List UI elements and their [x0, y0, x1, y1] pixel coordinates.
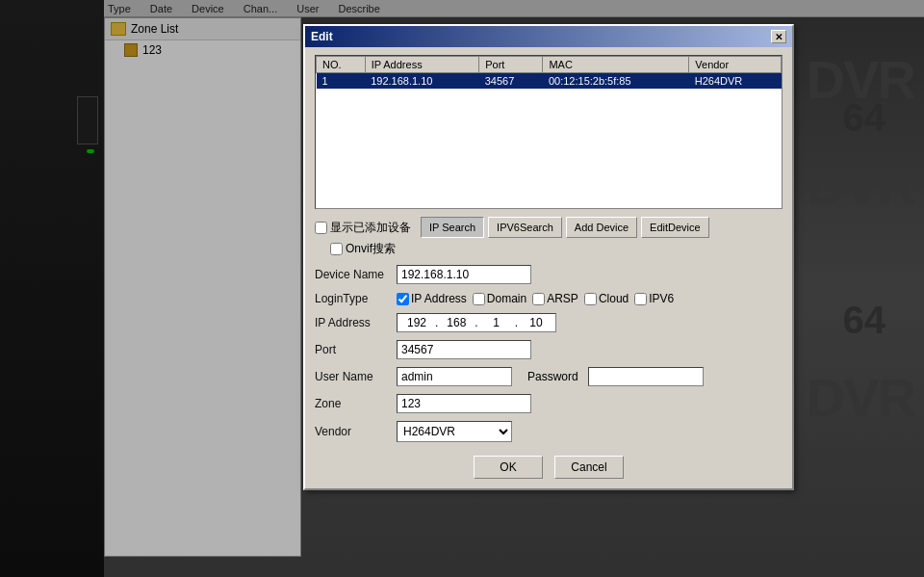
onvif-checkbox-label[interactable]: Onvif搜索 — [330, 241, 396, 257]
login-type-row: LoginType IP Address Domain ARSP — [315, 292, 783, 305]
edit-device-button[interactable]: EditDevice — [641, 217, 709, 238]
ip-octet-3[interactable] — [479, 316, 514, 329]
ipv6-check-text: IPV6 — [649, 292, 674, 305]
ok-button[interactable]: OK — [474, 456, 543, 479]
dialog-button-row: OK Cancel — [315, 456, 783, 479]
ipv6-checkbox[interactable] — [634, 293, 647, 305]
ip-address-row: IP Address . . . — [315, 313, 783, 332]
login-type-options: IP Address Domain ARSP Cloud — [397, 292, 674, 305]
user-pass-row: User Name Password — [315, 367, 783, 386]
login-type-label: LoginType — [315, 292, 397, 305]
add-device-button[interactable]: Add Device — [566, 217, 637, 238]
user-name-label: User Name — [315, 370, 397, 383]
show-added-checkbox[interactable] — [315, 222, 327, 234]
cell-port: 34567 — [479, 73, 543, 90]
arsp-check-label[interactable]: ARSP — [532, 292, 578, 305]
ip-octet-2[interactable] — [439, 316, 474, 329]
password-input[interactable] — [588, 367, 704, 386]
ip-address-check-text: IP Address — [411, 292, 467, 305]
vendor-label: Vendor — [315, 425, 397, 438]
cell-vendor: H264DVR — [689, 73, 782, 90]
ip-search-button[interactable]: IP Search — [421, 217, 484, 238]
show-added-label: 显示已添加设备 — [330, 220, 411, 236]
onvif-label: Onvif搜索 — [346, 241, 396, 257]
port-input[interactable] — [397, 340, 531, 359]
device-name-row: Device Name — [315, 265, 783, 284]
cell-mac: 00:12:15:2b:5f:85 — [543, 73, 689, 90]
zone-input[interactable] — [397, 394, 531, 413]
col-mac: MAC — [543, 57, 689, 73]
onvif-row: Onvif搜索 — [315, 241, 783, 257]
col-no: NO. — [317, 57, 366, 73]
search-row: 显示已添加设备 IP Search IPV6Search Add Device … — [315, 217, 783, 238]
onvif-checkbox[interactable] — [330, 243, 343, 255]
zone-label: Zone — [315, 397, 397, 410]
col-vendor: Vendor — [689, 57, 782, 73]
cancel-button[interactable]: Cancel — [554, 456, 624, 479]
col-port: Port — [479, 57, 543, 73]
edit-dialog: Edit ✕ NO. IP Address Port MAC Vendor — [303, 24, 794, 490]
ipv6-search-button[interactable]: IPV6Search — [488, 217, 562, 238]
domain-checkbox[interactable] — [473, 293, 485, 305]
zone-row: Zone — [315, 394, 783, 413]
dialog-body: NO. IP Address Port MAC Vendor 1 192.168… — [305, 47, 792, 488]
domain-check-text: Domain — [487, 292, 526, 305]
port-label: Port — [315, 343, 397, 356]
ip-octet-4[interactable] — [519, 316, 553, 329]
arsp-check-text: ARSP — [547, 292, 578, 305]
arsp-checkbox[interactable] — [532, 293, 545, 305]
device-name-input[interactable] — [397, 265, 531, 284]
form-section: Device Name LoginType IP Address Domain — [315, 265, 783, 442]
dialog-close-button[interactable]: ✕ — [771, 30, 786, 43]
dialog-titlebar: Edit ✕ — [305, 26, 792, 47]
ip-address-label: IP Address — [315, 316, 397, 329]
show-added-checkbox-label[interactable]: 显示已添加设备 — [315, 220, 411, 236]
ip-input-group: . . . — [397, 313, 556, 332]
cloud-check-text: Cloud — [599, 292, 629, 305]
device-list-table-wrap: NO. IP Address Port MAC Vendor 1 192.168… — [315, 55, 783, 209]
dialog-title: Edit — [311, 30, 333, 43]
cloud-checkbox[interactable] — [584, 293, 597, 305]
port-row: Port — [315, 340, 783, 359]
device-name-label: Device Name — [315, 268, 397, 281]
ip-address-check-label[interactable]: IP Address — [397, 292, 467, 305]
ip-address-checkbox[interactable] — [397, 293, 409, 305]
domain-check-label[interactable]: Domain — [473, 292, 526, 305]
cell-ip: 192.168.1.10 — [365, 73, 479, 90]
cell-no: 1 — [317, 73, 366, 90]
vendor-row: Vendor H264DVR ONVIF Other — [315, 421, 783, 442]
ip-octet-1[interactable] — [399, 316, 434, 329]
user-name-input[interactable] — [397, 367, 512, 386]
cloud-check-label[interactable]: Cloud — [584, 292, 629, 305]
col-ip: IP Address — [365, 57, 479, 73]
password-label: Password — [527, 370, 578, 383]
device-list-table: NO. IP Address Port MAC Vendor 1 192.168… — [316, 56, 782, 89]
vendor-select[interactable]: H264DVR ONVIF Other — [397, 421, 512, 442]
ipv6-check-label[interactable]: IPV6 — [634, 292, 674, 305]
table-row[interactable]: 1 192.168.1.10 34567 00:12:15:2b:5f:85 H… — [317, 73, 782, 90]
